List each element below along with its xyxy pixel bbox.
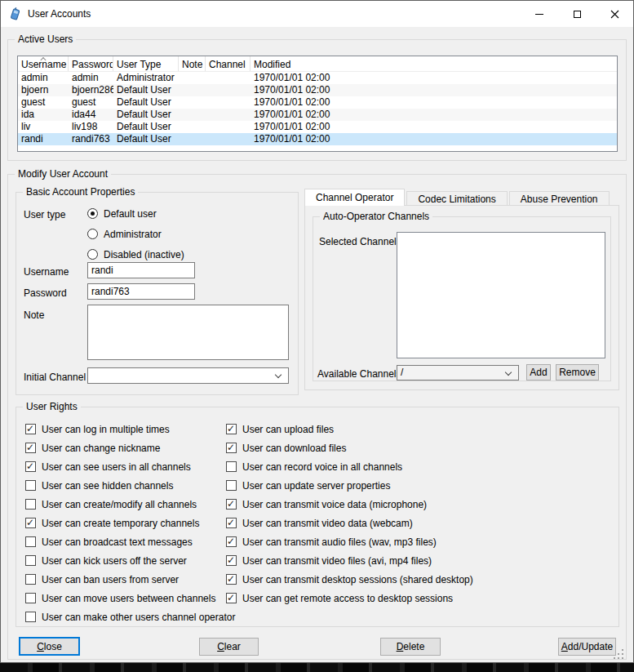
cell-password: randi763 bbox=[69, 133, 113, 145]
add-channel-button[interactable]: Add bbox=[526, 364, 551, 381]
selected-channels-label: Selected Channels bbox=[319, 236, 401, 247]
checkbox[interactable] bbox=[226, 461, 237, 472]
cell-user_type: Default User bbox=[113, 96, 179, 109]
table-row-bjoern[interactable]: bjoernbjoern286Default User1970/01/01 02… bbox=[18, 84, 617, 96]
user-right-user-can-transmit-audio-files-wav-mp3-files[interactable]: User can transmit audio files (wav, mp3 … bbox=[226, 532, 473, 551]
title-bar[interactable]: User Accounts bbox=[1, 1, 633, 27]
table-row-admin[interactable]: adminadminAdministrator1970/01/01 02:00 bbox=[18, 72, 617, 84]
radio-button[interactable] bbox=[87, 229, 98, 239]
user-rights-group-label: User Rights bbox=[23, 401, 81, 412]
cell-username: randi bbox=[18, 133, 69, 145]
user-type-option-default-user[interactable]: Default user bbox=[87, 203, 184, 224]
checkbox[interactable] bbox=[25, 443, 36, 453]
checkbox[interactable] bbox=[25, 518, 36, 528]
user-right-user-can-download-files[interactable]: User can download files bbox=[226, 438, 473, 457]
column-header-password[interactable]: Password bbox=[69, 56, 113, 71]
checkbox[interactable] bbox=[226, 536, 237, 547]
checkbox[interactable] bbox=[226, 593, 237, 603]
user-right-user-can-make-other-users-channel-operator[interactable]: User can make other users channel operat… bbox=[25, 607, 235, 626]
column-header-modified[interactable]: Modified bbox=[250, 56, 617, 71]
user-right-user-can-ban-users-from-server[interactable]: User can ban users from server bbox=[25, 570, 235, 589]
column-header-user-type[interactable]: User Type bbox=[113, 56, 179, 71]
table-row-guest[interactable]: guestguestDefault User1970/01/01 02:00 bbox=[18, 96, 617, 109]
table-row-randi[interactable]: randirandi763Default User1970/01/01 02:0… bbox=[18, 133, 617, 145]
checkbox[interactable] bbox=[25, 574, 36, 585]
username-field[interactable]: randi bbox=[87, 262, 195, 278]
table-row-liv[interactable]: livliv198Default User1970/01/01 02:00 bbox=[18, 121, 617, 133]
checkbox[interactable] bbox=[25, 593, 36, 603]
checkbox[interactable] bbox=[25, 555, 36, 566]
checkbox[interactable] bbox=[25, 612, 36, 622]
checkbox[interactable] bbox=[25, 480, 36, 491]
checkbox[interactable] bbox=[25, 536, 36, 547]
user-right-user-can-create-modify-all-channels[interactable]: User can create/modify all channels bbox=[25, 495, 235, 514]
user-right-user-can-see-hidden-channels[interactable]: User can see hidden channels bbox=[25, 476, 235, 495]
cell-username: guest bbox=[18, 96, 69, 109]
minimize-icon bbox=[535, 14, 543, 15]
column-header-note[interactable]: Note bbox=[179, 56, 206, 71]
user-right-user-can-broadcast-text-messages[interactable]: User can broadcast text messages bbox=[25, 532, 235, 551]
checkbox-label: User can see hidden channels bbox=[42, 480, 173, 492]
checkbox[interactable] bbox=[226, 574, 237, 585]
note-field[interactable] bbox=[87, 305, 289, 360]
cell-username: liv bbox=[18, 121, 69, 133]
checkbox-label: User can upload files bbox=[242, 424, 334, 435]
user-right-user-can-move-users-between-channels[interactable]: User can move users between channels bbox=[25, 589, 235, 607]
user-right-user-can-transmit-video-files-avi-mp4-files[interactable]: User can transmit video files (avi, mp4 … bbox=[226, 551, 473, 570]
radio-button[interactable] bbox=[87, 208, 98, 219]
clear-button[interactable]: Clear bbox=[199, 638, 259, 656]
available-channels-combobox[interactable]: / bbox=[397, 365, 519, 381]
desktop-background-sliver bbox=[0, 663, 634, 672]
cell-modified: 1970/01/01 02:00 bbox=[250, 96, 617, 109]
checkbox[interactable] bbox=[226, 443, 237, 453]
tab-abuse-prevention[interactable]: Abuse Prevention bbox=[509, 191, 610, 206]
user-right-user-can-get-remote-access-to-desktop-sessions[interactable]: User can get remote access to desktop se… bbox=[226, 589, 473, 607]
minimize-button[interactable] bbox=[521, 1, 558, 27]
note-label: Note bbox=[24, 309, 44, 321]
cell-user_type: Administrator bbox=[113, 72, 179, 84]
user-table-body: adminadminAdministrator1970/01/01 02:00b… bbox=[18, 72, 617, 145]
delete-button[interactable]: Delete bbox=[380, 638, 441, 656]
user-right-user-can-see-users-in-all-channels[interactable]: User can see users in all channels bbox=[25, 457, 235, 476]
checkbox[interactable] bbox=[226, 518, 237, 528]
chevron-down-icon bbox=[275, 372, 282, 378]
user-table[interactable]: UsernamePasswordUser TypeNoteChannelModi… bbox=[17, 56, 618, 152]
user-right-user-can-upload-files[interactable]: User can upload files bbox=[226, 420, 473, 438]
maximize-button[interactable] bbox=[558, 1, 596, 27]
checkbox[interactable] bbox=[25, 461, 36, 472]
user-right-user-can-transmit-desktop-sessions-shared-desktop[interactable]: User can transmit desktop sessions (shar… bbox=[226, 570, 473, 589]
checkbox[interactable] bbox=[226, 424, 237, 434]
user-right-user-can-record-voice-in-all-channels[interactable]: User can record voice in all channels bbox=[226, 457, 473, 476]
checkbox[interactable] bbox=[25, 499, 36, 510]
remove-channel-button[interactable]: Remove bbox=[556, 364, 599, 381]
close-button[interactable]: Close bbox=[19, 637, 80, 656]
user-right-user-can-update-server-properties[interactable]: User can update server properties bbox=[226, 476, 473, 495]
tab-channel-operator[interactable]: Channel Operator bbox=[304, 189, 405, 206]
selected-channels-list[interactable] bbox=[397, 232, 605, 358]
cell-channel bbox=[206, 121, 250, 133]
checkbox[interactable] bbox=[226, 480, 237, 491]
column-header-channel[interactable]: Channel bbox=[206, 56, 250, 71]
user-right-user-can-change-nickname[interactable]: User can change nickname bbox=[25, 438, 235, 457]
initial-channel-combobox[interactable] bbox=[87, 367, 289, 384]
user-right-user-can-log-in-multiple-times[interactable]: User can log in multiple times bbox=[25, 420, 235, 438]
checkbox[interactable] bbox=[226, 499, 237, 510]
radio-button[interactable] bbox=[87, 249, 98, 260]
add-update-button[interactable]: Add/Update bbox=[558, 638, 616, 656]
user-right-user-can-transmit-video-data-webcam[interactable]: User can transmit video data (webcam) bbox=[226, 514, 473, 532]
user-right-user-can-transmit-voice-data-microphone[interactable]: User can transmit voice data (microphone… bbox=[226, 495, 473, 514]
tab-codec-limitations[interactable]: Codec Limitations bbox=[406, 191, 507, 206]
user-right-user-can-create-temporary-channels[interactable]: User can create temporary channels bbox=[25, 514, 235, 532]
password-field[interactable]: randi763 bbox=[87, 283, 195, 300]
table-row-ida[interactable]: idaida44Default User1970/01/01 02:00 bbox=[18, 109, 617, 121]
checkbox-label: User can create temporary channels bbox=[42, 518, 199, 529]
checkbox[interactable] bbox=[25, 424, 36, 434]
checkbox-label: User can update server properties bbox=[242, 480, 390, 492]
close-window-button[interactable] bbox=[596, 1, 633, 27]
radio-label: Default user bbox=[104, 208, 157, 220]
column-header-username[interactable]: Username bbox=[18, 56, 69, 71]
user-right-user-can-kick-users-off-the-server[interactable]: User can kick users off the server bbox=[25, 551, 235, 570]
checkbox[interactable] bbox=[226, 555, 237, 566]
resize-grip[interactable] bbox=[614, 650, 625, 661]
user-type-option-administrator[interactable]: Administrator bbox=[87, 224, 184, 244]
